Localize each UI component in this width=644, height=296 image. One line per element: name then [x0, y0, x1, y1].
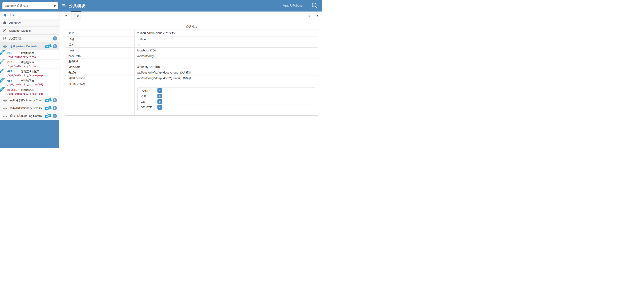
search-placeholder-text: 请输入搜索内容	[284, 4, 304, 8]
sidebar-item-home[interactable]: 主页	[0, 12, 59, 19]
count-badge: 5	[53, 44, 57, 48]
row-label: 简介	[65, 30, 135, 36]
stats-method-label: GET	[138, 99, 155, 104]
svg-text:API: API	[4, 46, 6, 47]
new-tag-badge: NEW	[44, 114, 52, 118]
api-item-delete-area[interactable]: NEW DELETE 删除地区表 /api/authority/area/{id…	[0, 87, 59, 96]
new-tag-badge: NEW	[44, 98, 52, 103]
count-badge: 6	[53, 106, 57, 110]
api-cloud-icon: API	[3, 114, 7, 118]
row-label: 分组url	[65, 70, 135, 75]
stats-count-badge: 4	[158, 88, 162, 93]
stats-row: PUT 3	[138, 93, 315, 99]
row-value: POST 4 PUT 3 GET 9	[135, 81, 318, 115]
row-label: 服务Url	[65, 59, 135, 64]
menu-lines-icon	[62, 3, 67, 8]
stats-count-badge: 9	[158, 99, 162, 104]
stats-row: GET 9	[138, 99, 315, 104]
count-badge: 3	[53, 36, 57, 41]
sidebar-footer-fill	[0, 120, 59, 148]
top-header: authority-公共模块 公共模块 请输入搜索内容	[0, 0, 322, 12]
row-label: 分组名称	[65, 64, 135, 70]
api-name: 查询地区表	[21, 79, 34, 83]
header-search[interactable]: 请输入搜索内容	[284, 2, 322, 10]
page-title-text: 公共模块	[69, 3, 86, 9]
api-cloud-icon: API	[3, 44, 7, 49]
stats-count-badge: 3	[158, 94, 162, 98]
http-verb: GET	[7, 70, 21, 73]
row-value: zuihou	[135, 37, 318, 42]
row-value	[135, 59, 318, 64]
tab-spacer	[81, 12, 305, 20]
tab-scroll-left-button[interactable]: «	[62, 12, 70, 20]
new-tag-badge: NEW	[44, 44, 52, 49]
sidebar-item-label: 地区表(Area Controller)	[10, 45, 40, 48]
sidebar-item-dictionary-item-controller[interactable]: API 字典项(Dictionary Item Controller) NEW …	[0, 104, 59, 112]
api-cloud-icon: API	[3, 98, 7, 103]
api-method-list: NEW POST 新增地区表 /api/authority/area NEW P…	[0, 50, 59, 96]
api-name: 新增地区表	[21, 52, 34, 55]
svg-text:API: API	[4, 108, 6, 109]
sidebar-item-label: 系统日志(Opt Log Controller)	[10, 114, 42, 118]
sidebar-item-label: 字典目录(Dictionary Controller)	[10, 99, 42, 102]
row-label: 接口统计信息	[65, 81, 135, 115]
row-label: 作者	[65, 37, 135, 42]
tab-home[interactable]: 主页	[71, 12, 81, 20]
api-path: /api/authority/area/{id}	[7, 83, 58, 86]
row-value: /api/authority	[135, 53, 318, 59]
sidebar-item-area-controller[interactable]: API 地区表(Area Controller) NEW 5	[0, 43, 59, 50]
count-badge: 5	[53, 98, 57, 102]
sidebar-item-doc-manage[interactable]: 文档管理 3	[0, 35, 59, 43]
document-gear-icon	[3, 37, 7, 41]
lock-icon	[3, 21, 7, 25]
new-ribbon-icon: NEW	[0, 50, 6, 56]
table-row: 服务Url	[65, 59, 318, 64]
api-item-get-area-page[interactable]: NEW GET 分页查询地区表 /api/authority/area/page	[0, 69, 59, 78]
row-label: 版本	[65, 42, 135, 47]
sidebar-item-opt-log-controller[interactable]: API 系统日志(Opt Log Controller) NEW 4	[0, 112, 59, 120]
api-item-put-area[interactable]: NEW PUT 修改地区表 /api/authority/area	[0, 60, 59, 69]
body-wrap: 主页 Authorize Swagger M	[0, 12, 322, 148]
stats-row: POST 4	[138, 88, 315, 93]
stats-method-label: DELETE	[138, 104, 155, 110]
sidebar-item-authorize[interactable]: Authorize	[0, 19, 59, 27]
row-value: zuihou-admin-cloud 在线文档	[135, 30, 318, 36]
row-value: authority-公共模块	[135, 64, 318, 70]
table-row: 分组Location /api/authority/v2/api-docs?gr…	[65, 76, 318, 81]
page-title: 公共模块	[62, 3, 86, 9]
main-content: « 主页 » » 公共模块 简介 zuihou-admin-cloud 在线文档…	[60, 12, 322, 148]
double-down-chevron-icon: »	[316, 15, 320, 17]
http-verb: GET	[7, 79, 21, 82]
sidebar-item-label: Swagger Models	[9, 29, 31, 32]
group-select-value: authority-公共模块	[5, 4, 54, 8]
sidebar-item-swagger-models[interactable]: Swagger Models	[0, 27, 59, 35]
row-value: localhost:8760	[135, 48, 318, 53]
group-select[interactable]: authority-公共模块	[2, 2, 58, 10]
sidebar-item-label: 主页	[9, 13, 15, 17]
api-item-get-area-id[interactable]: NEW GET 查询地区表 /api/authority/area/{id}	[0, 78, 59, 87]
method-stats-table: POST 4 PUT 3 GET 9	[137, 88, 315, 110]
http-verb: DELETE	[7, 88, 21, 91]
row-label: basePath	[65, 53, 135, 59]
tab-collapse-button[interactable]: »	[314, 12, 322, 20]
sidebar-item-label: 字典项(Dictionary Item Controller)	[10, 106, 42, 110]
api-name: 分页查询地区表	[21, 70, 40, 73]
row-value: 1.0	[135, 42, 318, 47]
stats-row: DELETE 4	[138, 104, 315, 110]
table-row: 作者 zuihou	[65, 37, 318, 42]
new-ribbon-icon: NEW	[0, 69, 6, 75]
count-badge: 4	[53, 114, 57, 118]
doc-page: 公共模块 简介 zuihou-admin-cloud 在线文档 作者 zuiho…	[60, 20, 322, 148]
sidebar: 主页 Authorize Swagger M	[0, 12, 60, 148]
tab-scroll-right-button[interactable]: »	[305, 12, 314, 20]
table-row: 分组名称 authority-公共模块	[65, 64, 318, 70]
search-icon[interactable]	[311, 2, 318, 10]
http-verb: POST	[7, 52, 21, 55]
home-icon	[3, 13, 7, 17]
hexagon-model-icon	[3, 29, 7, 33]
sidebar-item-dictionary-controller[interactable]: API 字典目录(Dictionary Controller) NEW 5	[0, 96, 59, 104]
api-item-post-area[interactable]: NEW POST 新增地区表 /api/authority/area	[0, 50, 59, 60]
new-ribbon-icon: NEW	[0, 60, 6, 65]
row-label: 分组Location	[65, 76, 135, 81]
sidebar-item-label: 文档管理	[9, 37, 21, 40]
